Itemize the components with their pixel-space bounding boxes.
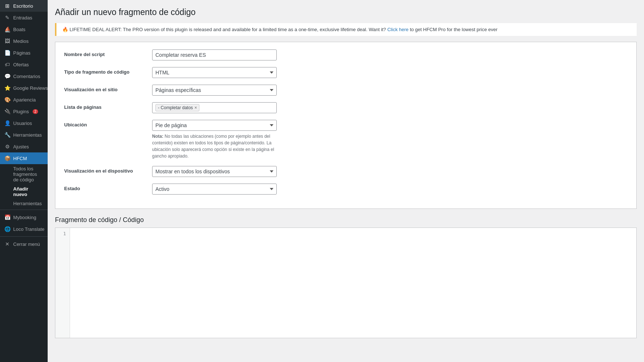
loco-translate-icon: 🌐: [4, 226, 10, 232]
site-display-label: Visualización en el sitio: [64, 85, 152, 92]
page-list-row: Lista de páginas - Completar datos ×: [64, 102, 628, 113]
script-name-input[interactable]: [152, 49, 277, 60]
sidebar-label-paginas: Páginas: [13, 50, 30, 56]
page-tag-text: - Completar datos: [158, 105, 193, 110]
hfcm-icon: 📦: [4, 155, 10, 161]
sidebar-label-apariencia: Apariencia: [13, 97, 36, 103]
click-here-link[interactable]: Click here: [387, 27, 409, 32]
sidebar-item-plugins[interactable]: 🔌 Plugins 2: [0, 106, 48, 117]
sidebar-label-plugins: Plugins: [13, 109, 29, 114]
sidebar-item-usuarios[interactable]: 👤 Usuarios: [0, 117, 48, 129]
code-section: Fragmento de código / Código 1: [55, 216, 637, 338]
sidebar-item-ajustes[interactable]: ⚙ Ajustes: [0, 141, 48, 152]
herramientas-icon: 🔧: [4, 132, 10, 138]
line-numbers: 1: [55, 228, 70, 338]
device-display-select[interactable]: Mostrar en todos los dispositivos Solo e…: [152, 166, 277, 177]
fire-emoji: 🔥: [62, 27, 68, 32]
status-row: Estado Activo Inactivo: [64, 184, 628, 195]
sidebar-sub-anadir[interactable]: Añadir nuevo: [0, 184, 48, 199]
code-type-select[interactable]: HTML CSS JavaScript PHP: [152, 67, 277, 78]
plugins-icon: 🔌: [4, 108, 10, 114]
sidebar-close-label: Cerrar menú: [13, 241, 40, 247]
site-display-row: Visualización en el sitio Todas las pági…: [64, 85, 628, 96]
sidebar-label-boats: Boats: [13, 27, 25, 32]
sidebar-item-ofertas[interactable]: 🏷 Ofertas: [0, 59, 48, 70]
entradas-icon: ✎: [4, 15, 10, 21]
status-control: Activo Inactivo: [152, 184, 277, 195]
location-note: Nota: No todas las ubicaciones (como por…: [152, 133, 277, 159]
sidebar-label-herramientas: Herramientas: [13, 132, 42, 138]
sidebar-label-ofertas: Ofertas: [13, 62, 29, 67]
code-section-title: Fragmento de código / Código: [55, 216, 637, 224]
code-type-label: Tipo de fragmento de código: [64, 67, 152, 75]
location-control: Encabezado Pie de página Antes del conte…: [152, 120, 277, 159]
form-card: Nombre del script Tipo de fragmento de c…: [55, 42, 637, 209]
sidebar-item-comentarios[interactable]: 💬 Comentarios: [0, 70, 48, 82]
alert-bar: 🔥 LIFETIME DEAL ALERT: The PRO version o…: [55, 23, 637, 36]
boats-icon: ⛵: [4, 26, 10, 32]
sidebar-item-mybooking[interactable]: 📅 Mybooking: [0, 211, 48, 223]
sidebar-item-medios[interactable]: 🖼 Medios: [0, 35, 48, 47]
close-menu-icon: ✕: [4, 241, 10, 247]
sidebar-label-medios: Medios: [13, 38, 29, 44]
status-select[interactable]: Activo Inactivo: [152, 184, 277, 195]
location-select[interactable]: Encabezado Pie de página Antes del conte…: [152, 120, 277, 131]
sidebar-item-apariencia[interactable]: 🎨 Apariencia: [0, 94, 48, 106]
device-display-row: Visualización en el dispositivo Mostrar …: [64, 166, 628, 177]
sidebar-label-loco-translate: Loco Translate: [13, 226, 44, 232]
sidebar-label-ajustes: Ajustes: [13, 144, 29, 149]
mybooking-icon: 📅: [4, 214, 10, 220]
sidebar-item-herramientas[interactable]: 🔧 Herramientas: [0, 129, 48, 141]
line-number-1: 1: [59, 231, 66, 236]
sidebar-item-google-reviews[interactable]: ⭐ Google Reviews: [0, 82, 48, 94]
location-row: Ubicación Encabezado Pie de página Antes…: [64, 120, 628, 159]
comentarios-icon: 💬: [4, 73, 10, 79]
main-content: Añadir un nuevo fragmento de código 🔥 LI…: [48, 0, 644, 362]
code-textarea[interactable]: [70, 228, 636, 338]
sidebar-item-paginas[interactable]: 📄 Páginas: [0, 47, 48, 59]
usuarios-icon: 👤: [4, 120, 10, 126]
note-label: Nota:: [152, 134, 163, 139]
alert-text-before: LIFETIME DEAL ALERT: The PRO version of …: [70, 27, 386, 32]
location-label: Ubicación: [64, 120, 152, 128]
script-name-row: Nombre del script: [64, 49, 628, 60]
sidebar-label-escritorio: Escritorio: [13, 3, 33, 9]
sidebar-item-entradas[interactable]: ✎ Entradas: [0, 12, 48, 23]
sidebar-item-escritorio[interactable]: ⊞ Escritorio: [0, 0, 48, 12]
sidebar-label-entradas: Entradas: [13, 15, 32, 21]
alert-text-after: to get HFCM Pro for the lowest price eve…: [410, 27, 497, 32]
page-list-control: - Completar datos ×: [152, 102, 277, 113]
site-display-select[interactable]: Todas las páginas Páginas específicas En…: [152, 85, 277, 96]
script-name-control: [152, 49, 277, 60]
status-label: Estado: [64, 184, 152, 191]
sidebar-close-menu[interactable]: ✕ Cerrar menú: [0, 238, 48, 250]
sidebar-label-google-reviews: Google Reviews: [13, 85, 48, 91]
code-editor: 1: [55, 228, 637, 338]
page-tag: - Completar datos ×: [155, 104, 199, 111]
sidebar-label-comentarios: Comentarios: [13, 74, 40, 79]
tag-remove-button[interactable]: ×: [194, 106, 197, 110]
code-type-control: HTML CSS JavaScript PHP: [152, 67, 277, 78]
plugins-badge: 2: [33, 109, 38, 114]
page-list-tag-input[interactable]: - Completar datos ×: [152, 102, 277, 113]
sidebar-sub-todos[interactable]: Todos los fragmentos de código: [0, 164, 48, 184]
script-name-label: Nombre del script: [64, 49, 152, 57]
sidebar: ⊞ Escritorio ✎ Entradas ⛵ Boats 🖼 Medios…: [0, 0, 48, 362]
sidebar-label-mybooking: Mybooking: [13, 215, 36, 220]
google-reviews-icon: ⭐: [4, 85, 10, 91]
device-display-control: Mostrar en todos los dispositivos Solo e…: [152, 166, 277, 177]
ofertas-icon: 🏷: [4, 62, 10, 67]
sidebar-item-hfcm[interactable]: 📦 HFCM: [0, 152, 48, 164]
code-type-row: Tipo de fragmento de código HTML CSS Jav…: [64, 67, 628, 78]
apariencia-icon: 🎨: [4, 97, 10, 103]
device-display-label: Visualización en el dispositivo: [64, 166, 152, 174]
sidebar-label-usuarios: Usuarios: [13, 121, 32, 126]
sidebar-sub-herramientas[interactable]: Herramientas: [0, 199, 48, 208]
page-title: Añadir un nuevo fragmento de código: [55, 7, 637, 17]
ajustes-icon: ⚙: [4, 144, 10, 149]
sidebar-item-loco-translate[interactable]: 🌐 Loco Translate: [0, 223, 48, 235]
page-list-label: Lista de páginas: [64, 102, 152, 110]
escritorio-icon: ⊞: [4, 3, 10, 9]
sidebar-item-boats[interactable]: ⛵ Boats: [0, 23, 48, 35]
site-display-control: Todas las páginas Páginas específicas En…: [152, 85, 277, 96]
